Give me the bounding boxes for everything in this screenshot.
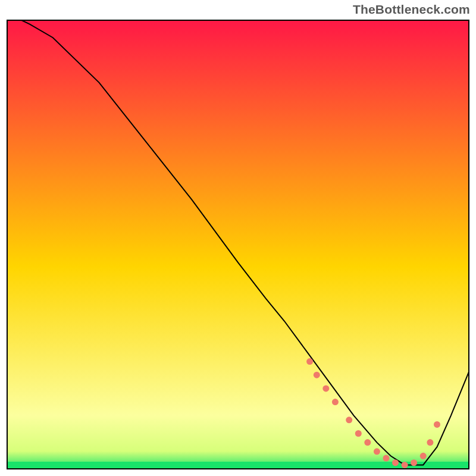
svg-rect-1: [7, 462, 469, 469]
curve-dot: [383, 455, 390, 462]
curve-dot: [374, 448, 380, 455]
curve-dot: [411, 459, 417, 466]
curve-dot: [322, 385, 329, 392]
curve-dot: [434, 421, 440, 428]
curve-dot: [420, 453, 427, 459]
plot-area: [7, 20, 469, 469]
chart-container: TheBottleneck.com: [0, 0, 476, 476]
curve-dot: [355, 430, 362, 437]
curve-dot: [364, 439, 371, 446]
curve-dot: [402, 462, 408, 468]
curve-dot: [314, 372, 320, 378]
curve-dot: [346, 416, 352, 423]
curve-dot: [392, 459, 399, 466]
watermark-text: TheBottleneck.com: [353, 2, 470, 17]
curve-dot: [427, 439, 433, 446]
curve-dot: [306, 358, 313, 365]
plot-svg: [7, 20, 469, 469]
curve-dot: [332, 399, 339, 405]
svg-rect-0: [7, 20, 469, 469]
